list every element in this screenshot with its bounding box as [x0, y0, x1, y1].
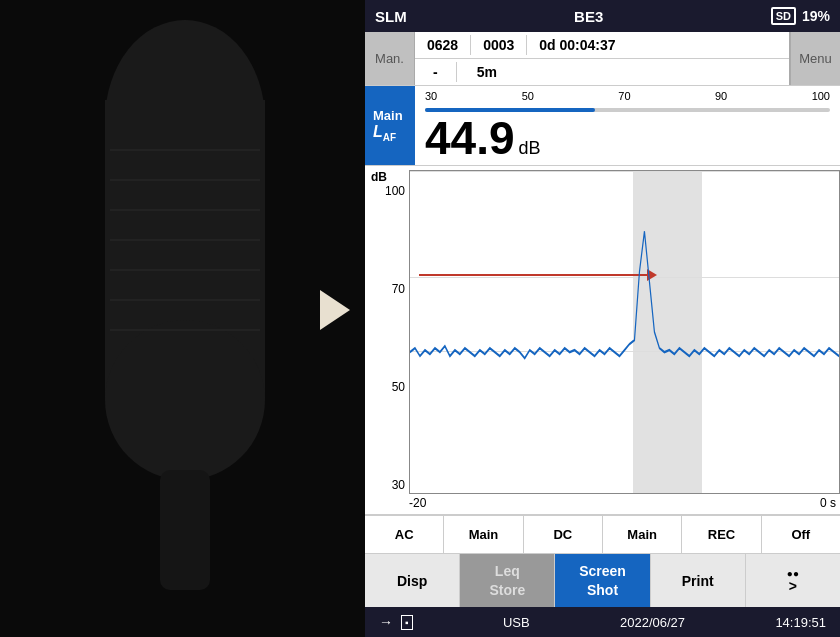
measurement-unit: dB — [519, 139, 541, 157]
left-panel — [0, 0, 370, 637]
header-interval: 5m — [457, 62, 517, 82]
x-axis-labels: -20 0 s — [365, 494, 840, 510]
btn-row-2: Disp LeqStore ScreenShot Print ●● > — [365, 553, 840, 607]
header-row: Man. 0628 0003 0d 00:04:37 - 5m Menu — [365, 32, 840, 86]
btn-print[interactable]: Print — [651, 554, 746, 607]
btn-row-1: AC Main DC Main REC Off — [365, 515, 840, 553]
elapsed-time: 0d 00:04:37 — [527, 35, 627, 55]
btn-leq-store[interactable]: LeqStore — [460, 554, 555, 607]
header-top-nums: 0628 0003 0d 00:04:37 — [415, 32, 789, 59]
man-button[interactable]: Man. — [365, 32, 415, 85]
status-bar: → ▪ USB 2022/06/27 14:19:51 — [365, 607, 840, 637]
top-bar: SLM BE3 SD 19% — [365, 0, 840, 32]
x-label-end: 0 s — [820, 496, 836, 510]
btn-more[interactable]: ●● > — [746, 554, 840, 607]
top-bar-right: SD 19% — [771, 7, 830, 25]
menu-button[interactable]: Menu — [790, 32, 840, 85]
slm-label: SLM — [375, 8, 407, 25]
battery-percent: 19% — [802, 8, 830, 24]
arrow-icon: → — [379, 614, 393, 630]
header-bottom: - 5m — [415, 59, 789, 85]
btn-disp[interactable]: Disp — [365, 554, 460, 607]
chart-section: dB 100 70 50 30 — [365, 166, 840, 515]
device-id: BE3 — [574, 8, 603, 25]
measurement-value: 44.9 dB — [425, 115, 830, 161]
y-label-50: 50 — [392, 380, 405, 394]
chart-inner — [409, 170, 840, 494]
measurement-num1: 0628 — [415, 35, 471, 55]
header-dash: - — [415, 62, 457, 82]
x-label-start: -20 — [409, 496, 426, 510]
btn-screenshot[interactable]: ScreenShot — [555, 554, 650, 607]
grid-line-30 — [410, 493, 839, 494]
btn-ac[interactable]: AC — [365, 516, 444, 553]
date-label: 2022/06/27 — [620, 615, 685, 630]
measurement-num2: 0003 — [471, 35, 527, 55]
y-axis-labels: 100 70 50 30 — [365, 170, 409, 494]
status-left: → ▪ — [379, 614, 413, 630]
btn-main-2[interactable]: Main — [603, 516, 682, 553]
scale-bar — [425, 104, 830, 115]
btn-main-1[interactable]: Main — [444, 516, 523, 553]
y-label-70: 70 — [392, 282, 405, 296]
y-label-100: 100 — [385, 184, 405, 198]
header-center: 0628 0003 0d 00:04:37 - 5m — [415, 32, 790, 85]
sd-icon: SD — [771, 7, 796, 25]
main-content: 30 50 70 90 100 44.9 dB — [415, 86, 840, 165]
scale-labels: 30 50 70 90 100 — [425, 90, 830, 102]
slm-panel: SLM BE3 SD 19% Man. 0628 0003 0d 00:04:3… — [365, 0, 840, 637]
btn-dc[interactable]: DC — [524, 516, 603, 553]
time-label: 14:19:51 — [775, 615, 826, 630]
main-row: Main LAF 30 50 70 90 100 44.9 dB — [365, 86, 840, 166]
y-label-30: 30 — [392, 478, 405, 492]
main-label: Main LAF — [365, 86, 415, 165]
disk-icon: ▪ — [401, 615, 413, 630]
chart-container: 100 70 50 30 — [365, 170, 840, 494]
btn-rec[interactable]: REC — [682, 516, 761, 553]
btn-off[interactable]: Off — [762, 516, 840, 553]
svg-point-3 — [105, 320, 265, 480]
usb-label: USB — [503, 615, 530, 630]
svg-rect-11 — [160, 470, 210, 590]
